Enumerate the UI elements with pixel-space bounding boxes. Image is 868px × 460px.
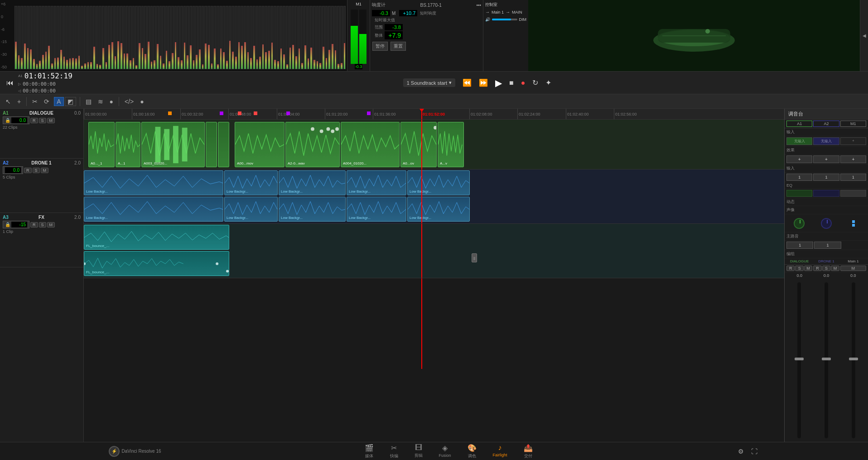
mixer-a2-fx-btn[interactable]: + bbox=[813, 155, 839, 163]
mixer-a2-s-btn[interactable]: S bbox=[822, 266, 830, 271]
volume-slider[interactable] bbox=[492, 19, 517, 20]
rewind-button[interactable]: ⏪ bbox=[461, 77, 473, 88]
mixer-a2-in-btn[interactable]: 1 bbox=[813, 174, 839, 181]
a1-clip-9[interactable]: A...v bbox=[438, 122, 464, 167]
a1-vol-value: 0.0 bbox=[11, 117, 27, 123]
mixer-a2-input[interactable]: 无输入 bbox=[813, 137, 839, 145]
view-a-button[interactable]: A bbox=[54, 97, 63, 106]
a1-r-button[interactable]: R bbox=[30, 118, 38, 123]
dot-button[interactable]: ● bbox=[108, 97, 115, 106]
a1-clip-8[interactable]: A0...ov bbox=[400, 122, 437, 167]
more-button[interactable]: ✦ bbox=[544, 77, 553, 88]
a1-m-button[interactable]: M bbox=[47, 118, 55, 123]
settings-bottom-button[interactable]: ⚙ bbox=[736, 447, 746, 456]
a2-clip-bot-0[interactable]: Low Backgr... bbox=[84, 197, 223, 222]
fast-forward-button[interactable]: ⏩ bbox=[477, 77, 490, 88]
mixer-a2-eq[interactable] bbox=[813, 190, 839, 197]
a2-clip-bot-2[interactable]: Low Backgr... bbox=[279, 197, 346, 222]
add-button[interactable]: + bbox=[15, 97, 23, 106]
mixer-a1-pan[interactable] bbox=[786, 215, 812, 231]
a1-clip-2[interactable]: A003_01020... bbox=[141, 122, 205, 167]
mixer-m1-in-btn[interactable]: 1 bbox=[840, 174, 866, 181]
a3-s-button[interactable]: S bbox=[39, 222, 46, 228]
mixer-a2-fader-track[interactable] bbox=[825, 282, 828, 438]
a1-clip-1[interactable]: A...1 bbox=[116, 122, 140, 167]
a1-clip-4[interactable] bbox=[218, 122, 229, 167]
mixer-a1-fader-track[interactable] bbox=[797, 282, 801, 438]
mixer-a1-r-btn[interactable]: R bbox=[786, 266, 795, 271]
play-button[interactable]: ▶ bbox=[493, 77, 504, 89]
dot2-button[interactable]: ● bbox=[138, 97, 145, 106]
a2-clip-bot-3[interactable]: Low Backgr... bbox=[347, 197, 406, 222]
a2-pan-knob[interactable] bbox=[821, 218, 832, 229]
a3-clip-top[interactable]: FL_bounce_... bbox=[84, 225, 229, 250]
a2-m-button[interactable]: M bbox=[41, 168, 49, 173]
mixer-a1-fx-btn[interactable]: + bbox=[786, 155, 812, 163]
mixer-a1-input[interactable]: 无输入 bbox=[786, 137, 812, 145]
mixer-a2-m-btn[interactable]: M bbox=[831, 266, 839, 271]
mixer-a2-bus[interactable]: 1 bbox=[814, 242, 841, 249]
select-tool-button[interactable]: ↖ bbox=[4, 97, 13, 106]
mixer-m1-fader-handle[interactable] bbox=[849, 358, 858, 360]
a2-s-button[interactable]: S bbox=[33, 168, 40, 173]
waveform-button[interactable]: ≋ bbox=[96, 97, 105, 106]
mixer-a2-r-btn[interactable]: R bbox=[813, 266, 821, 271]
mixer-a1-s-btn[interactable]: S bbox=[795, 266, 803, 271]
record-button[interactable]: ● bbox=[519, 78, 527, 88]
a2-clip-top-4[interactable]: Low Backgr... bbox=[407, 170, 470, 195]
mixer-a2-fader-handle[interactable] bbox=[822, 358, 831, 360]
preview-expand-button[interactable]: ◀ bbox=[860, 0, 868, 71]
a2-r-button[interactable]: R bbox=[24, 168, 32, 173]
a1-clip-0[interactable]: A0..._1 bbox=[88, 122, 115, 167]
a2-clip-top-0[interactable]: Low Backgr... bbox=[84, 170, 223, 195]
nav-color[interactable]: 🎨 调色 bbox=[464, 443, 480, 460]
a3-r-button[interactable]: R bbox=[30, 222, 38, 228]
nav-deliver[interactable]: 📤 交付 bbox=[520, 443, 536, 460]
a3-m-button[interactable]: M bbox=[47, 222, 55, 228]
a3-clip-bot[interactable]: FL_bounce_... bbox=[84, 251, 229, 276]
mixer-m1-fader-track[interactable] bbox=[852, 282, 855, 438]
a2-clip-top-1[interactable]: Low Backgr... bbox=[224, 170, 278, 195]
a1-clip-5[interactable]: A00...mov bbox=[235, 122, 285, 167]
mixer-a1-m-btn[interactable]: M bbox=[804, 266, 812, 271]
a1-s-button[interactable]: S bbox=[39, 118, 46, 123]
a1-clip-6[interactable]: A2-0...wav bbox=[285, 122, 340, 167]
pause-button[interactable]: 暂停 bbox=[372, 42, 388, 51]
fullscreen-button[interactable]: ⛶ bbox=[749, 447, 759, 456]
loudness-menu[interactable]: ••• bbox=[476, 3, 481, 8]
a2-clip-top-2[interactable]: Low Backgr... bbox=[279, 170, 346, 195]
mixer-a1-fader-handle[interactable] bbox=[795, 358, 804, 360]
reset-button[interactable]: 重置 bbox=[391, 42, 406, 51]
nav-fairlight[interactable]: ♪ Fairlight bbox=[489, 443, 511, 460]
monitor-button[interactable]: ▤ bbox=[84, 97, 93, 106]
a1-pan-knob[interactable] bbox=[794, 218, 805, 229]
cut-button[interactable]: ✂ bbox=[30, 97, 39, 106]
loop-button[interactable]: ↻ bbox=[530, 77, 540, 88]
a1-clip-7[interactable]: A004_01020... bbox=[341, 122, 400, 167]
a3-resize-handle[interactable]: || bbox=[472, 253, 477, 262]
soundtrack-selector[interactable]: 1 Soundtrack start ▾ bbox=[403, 78, 455, 87]
nav-edit[interactable]: 🎞 剪辑 bbox=[411, 443, 426, 460]
mixer-a2-pan[interactable] bbox=[814, 215, 839, 231]
timeline-ruler[interactable]: 01:00:00:00 01:00:16:00 01:00:32:00 01:0… bbox=[84, 109, 784, 120]
code-button[interactable]: </> bbox=[123, 97, 135, 106]
a1-clip-3[interactable] bbox=[206, 122, 217, 167]
mixer-a1-in-btn[interactable]: 1 bbox=[786, 174, 812, 181]
mixer-m1-fx-btn[interactable]: + bbox=[840, 155, 866, 163]
mixer-a1-eq[interactable] bbox=[786, 190, 812, 197]
view-b-button[interactable]: ◩ bbox=[65, 97, 76, 106]
mixer-a1-bus[interactable]: 1 bbox=[786, 242, 813, 249]
a2-clip-bot-1[interactable]: Low Backgr... bbox=[224, 197, 278, 222]
skip-start-button[interactable]: ⏮ bbox=[5, 78, 15, 88]
a2-clip-bot-4[interactable]: Low Backgr... bbox=[407, 197, 470, 222]
nav-media[interactable]: 🎬 媒体 bbox=[361, 443, 377, 460]
a2-clip-top-3[interactable]: Low Backgr... bbox=[347, 170, 406, 195]
stop-button[interactable]: ■ bbox=[507, 78, 516, 88]
mixer-m1-eq[interactable] bbox=[840, 190, 866, 197]
sync-button[interactable]: ⟳ bbox=[42, 97, 51, 106]
nav-quickedit[interactable]: ✂ 快编 bbox=[386, 443, 402, 460]
mixer-m1-m-btn[interactable]: M bbox=[840, 266, 866, 271]
nav-fusion[interactable]: ◈ Fusion bbox=[435, 443, 455, 460]
a1-clip-7-label: A004_01020... bbox=[342, 161, 367, 166]
mixer-m1-input[interactable]: + bbox=[840, 137, 866, 145]
